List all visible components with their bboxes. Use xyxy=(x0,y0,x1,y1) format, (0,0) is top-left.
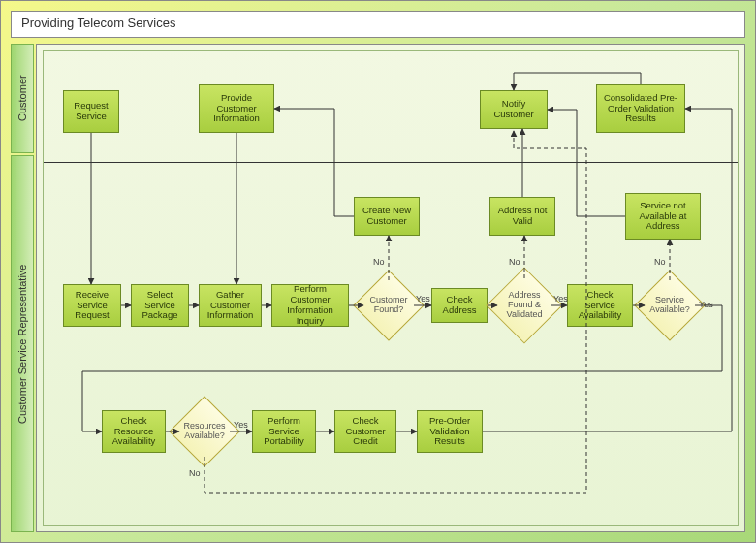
node-resources-available: Resources Available? xyxy=(179,406,230,457)
lane-csr: Customer Service Representative xyxy=(11,155,34,532)
node-service-available: Service Available? xyxy=(645,280,695,331)
node-create-new: Create New Customer xyxy=(354,197,420,236)
node-check-service: Check Service Availability xyxy=(567,284,633,327)
node-perform-inquiry: Perform Customer Information Inquiry xyxy=(271,284,349,327)
node-consolidated: Consolidated Pre-Order Validation Result… xyxy=(596,84,685,133)
lane-customer: Customer xyxy=(11,44,34,153)
node-gather-info: Gather Customer Information xyxy=(199,284,262,327)
node-check-resource: Check Resource Availability xyxy=(102,410,166,453)
node-perform-portability: Perform Service Portability xyxy=(252,410,316,453)
label-no-3: No xyxy=(654,257,666,267)
node-request-service: Request Service xyxy=(63,90,119,133)
node-address-found: Address Found & Validated xyxy=(497,278,551,333)
node-check-credit: Check Customer Credit xyxy=(334,410,396,453)
page-title: Providing Telecom Services xyxy=(11,11,745,38)
label-yes-3: Yes xyxy=(699,300,713,309)
label-no-4: No xyxy=(189,468,201,478)
label-yes-2: Yes xyxy=(553,294,568,303)
pool: Request Service Provide Customer Informa… xyxy=(36,44,745,532)
node-preorder-results: Pre-Order Validation Results xyxy=(417,410,483,453)
node-service-not-avail: Service not Available at Address xyxy=(625,193,701,240)
label-no-1: No xyxy=(373,257,385,267)
pool-inner: Request Service Provide Customer Informa… xyxy=(43,50,739,526)
lane-labels: Customer Customer Service Representative xyxy=(11,44,34,532)
node-address-not-valid: Address not Valid xyxy=(489,197,555,236)
node-customer-found: Customer Found? xyxy=(363,280,414,331)
label-yes-4: Yes xyxy=(234,420,248,430)
node-select-package: Select Service Package xyxy=(131,284,189,327)
lane-divider xyxy=(44,162,738,163)
node-check-address: Check Address xyxy=(431,288,488,323)
label-no-2: No xyxy=(509,257,520,267)
label-yes-1: Yes xyxy=(416,294,430,303)
node-receive-request: Receive Service Request xyxy=(63,284,121,327)
diagram-canvas: Providing Telecom Services Customer Cust… xyxy=(0,0,756,543)
node-provide-info: Provide Customer Information xyxy=(199,84,274,133)
node-notify-customer: Notify Customer xyxy=(480,90,548,129)
